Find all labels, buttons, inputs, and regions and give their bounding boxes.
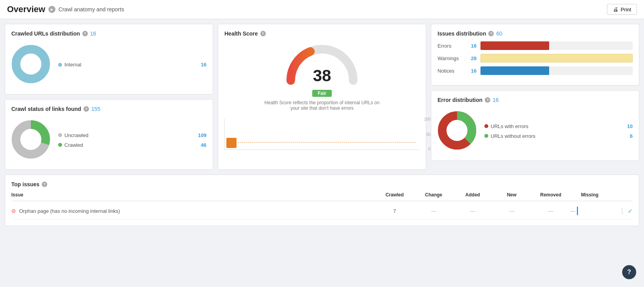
- col-added: Added: [453, 192, 492, 198]
- crawled-urls-count: 16: [90, 30, 96, 37]
- crawled-dot: [58, 143, 62, 147]
- error-dist-title: Error distribution ? 16: [438, 97, 633, 103]
- mini-bar: [577, 207, 578, 215]
- left-column: Crawled URLs distribution ? 16: [5, 24, 213, 170]
- legend-item-internal: Internal 16: [58, 62, 206, 68]
- svg-point-4: [21, 130, 40, 149]
- errors-label: Errors: [438, 43, 465, 49]
- breadcrumb: Crawl anatomy and reports: [59, 6, 124, 12]
- notices-bar-container: [480, 66, 633, 75]
- check-icon[interactable]: ✓: [628, 207, 633, 215]
- col-new: New: [492, 192, 531, 198]
- legend-item-without-errors: URLs without errors 6: [484, 133, 633, 139]
- top-issues-help-icon[interactable]: ?: [42, 182, 47, 187]
- without-errors-dot: [484, 134, 488, 138]
- row-issue-text: Orphan page (has no incoming internal li…: [19, 208, 120, 214]
- internal-value: 16: [201, 62, 206, 68]
- issues-table-header: Issue Crawled Change Added New Removed M…: [11, 192, 633, 201]
- row-missing-cell: —: [570, 207, 609, 215]
- crawl-status-legend: Uncrawled 109 Crawled 46: [58, 132, 206, 148]
- print-button[interactable]: Print: [607, 4, 637, 15]
- page-title: Overview: [7, 4, 45, 14]
- chart-bar: [226, 138, 237, 148]
- warnings-bar: [480, 54, 633, 62]
- row-actions-cell: ⋮ ✓: [609, 207, 633, 215]
- gauge-container: 38: [283, 41, 361, 88]
- issues-dist-title: Issues distribution ? 60: [438, 30, 633, 37]
- row-crawled: 7: [375, 208, 414, 214]
- col-crawled: Crawled: [375, 192, 414, 198]
- error-distribution-card: Error distribution ? 16: [431, 90, 639, 161]
- issues-dist-help-icon[interactable]: ?: [488, 31, 494, 36]
- page-header: Overview Crawl anatomy and reports Print: [0, 0, 644, 19]
- crawl-status-title: Crawl status of links found ? 155: [11, 106, 206, 112]
- col-change: Change: [414, 192, 453, 198]
- row-missing-bar-cell: —: [570, 207, 609, 215]
- row-error-icon: ⊘: [11, 208, 16, 214]
- crawled-urls-help-icon[interactable]: ?: [82, 31, 88, 36]
- with-errors-label: URLs with errors: [491, 123, 528, 129]
- chart-line: [238, 142, 416, 143]
- issues-dist-rows: Errors 16 Warnings 28: [438, 41, 633, 75]
- fair-badge: Fair: [312, 90, 332, 97]
- without-errors-value: 6: [630, 133, 633, 139]
- more-icon[interactable]: ⋮: [619, 207, 625, 215]
- crawled-urls-legend: Internal 16: [58, 62, 206, 68]
- chart-y-100: 100: [424, 117, 431, 121]
- health-score-help-icon[interactable]: ?: [260, 31, 266, 36]
- warnings-bar-container: [480, 54, 633, 62]
- error-dist-count: 16: [493, 97, 499, 103]
- uncrawled-value: 109: [198, 132, 206, 138]
- errors-bar: [480, 41, 549, 50]
- crawl-status-card: Crawl status of links found ? 155: [5, 99, 213, 170]
- row-actions: ⋮ ✓: [609, 207, 633, 215]
- health-center: 38 Fair Health Score reflects the propor…: [224, 41, 420, 150]
- crawled-urls-card: Crawled URLs distribution ? 16: [5, 24, 213, 94]
- warnings-label: Warnings: [438, 55, 465, 61]
- internal-dot: [58, 63, 62, 67]
- error-dist-legend: URLs with errors 10 URLs without errors …: [484, 123, 633, 139]
- top-issues-title: Top issues ?: [11, 181, 633, 187]
- header-left: Overview Crawl anatomy and reports: [7, 4, 124, 14]
- play-icon[interactable]: [48, 6, 55, 13]
- right-column: Issues distribution ? 60 Errors 16: [431, 24, 639, 170]
- crawled-value: 46: [201, 142, 206, 148]
- legend-item-uncrawled: Uncrawled 109: [58, 132, 206, 138]
- issues-row-notices: Notices 16: [438, 66, 633, 75]
- health-description: Health Score reflects the proportion of …: [263, 100, 381, 111]
- crawled-urls-donut-container: Internal 16: [11, 41, 206, 88]
- row-new: —: [492, 208, 531, 214]
- svg-point-7: [448, 121, 466, 140]
- health-score-card: Health Score ?: [218, 24, 426, 170]
- uncrawled-dot: [58, 133, 62, 137]
- crawled-urls-title: Crawled URLs distribution ? 16: [11, 30, 206, 37]
- row-issue-cell: ⊘ Orphan page (has no incoming internal …: [11, 208, 375, 214]
- col-missing: Missing: [570, 192, 609, 198]
- issues-row-warnings: Warnings 28: [438, 54, 633, 62]
- with-errors-dot: [484, 124, 488, 128]
- warnings-count: 28: [465, 55, 477, 61]
- internal-label: Internal: [64, 62, 81, 68]
- legend-item-with-errors: URLs with errors 10: [484, 123, 633, 129]
- row-removed: —: [531, 208, 570, 214]
- error-dist-help-icon[interactable]: ?: [485, 97, 490, 103]
- svg-point-1: [21, 55, 40, 73]
- error-dist-donut-container: URLs with errors 10 URLs without errors …: [438, 108, 633, 154]
- main-content: Crawled URLs distribution ? 16: [0, 19, 644, 231]
- col-issue: Issue: [11, 192, 375, 198]
- chart-y-50: 50: [426, 132, 431, 136]
- chart-y-0: 0: [428, 147, 431, 151]
- error-dist-donut: [438, 111, 477, 151]
- col-actions: [609, 192, 633, 198]
- crawl-status-help-icon[interactable]: ?: [84, 106, 89, 112]
- crawl-status-donut-container: Uncrawled 109 Crawled 46: [11, 117, 206, 163]
- issues-dist-count: 60: [496, 30, 502, 37]
- health-score-title: Health Score ?: [224, 30, 420, 37]
- crawl-status-donut: [11, 120, 50, 160]
- top-row: Crawled URLs distribution ? 16: [5, 24, 639, 170]
- uncrawled-label: Uncrawled: [64, 132, 88, 138]
- col-removed: Removed: [531, 192, 570, 198]
- top-issues-section: Top issues ? Issue Crawled Change Added …: [5, 175, 639, 226]
- legend-item-crawled: Crawled 46: [58, 142, 206, 148]
- crawled-urls-donut: [11, 45, 50, 85]
